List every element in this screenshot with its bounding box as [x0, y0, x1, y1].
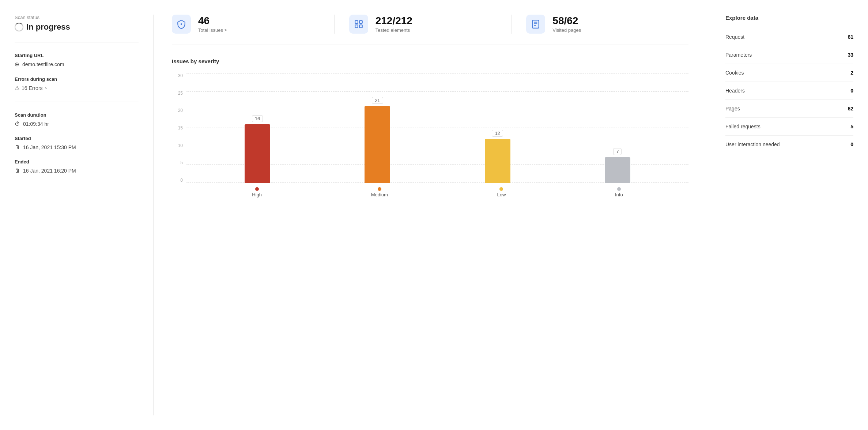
tested-elements-icon-box: [349, 15, 368, 34]
starting-url-value: ⊕ demo.testfilre.com: [15, 61, 139, 68]
explore-title: Explore data: [725, 15, 853, 21]
errors-chevron: >: [45, 86, 47, 90]
divider-1: [15, 42, 139, 42]
x-dot-info: [617, 187, 621, 191]
bar-value-low: 12: [492, 130, 503, 137]
explore-row-label-1: Parameters: [725, 52, 752, 58]
pages-icon: [531, 19, 540, 29]
divider-2: [15, 102, 139, 102]
x-label-info: Info: [615, 187, 623, 197]
errors-block: Errors during scan ⚠ 16 Errors >: [15, 76, 139, 91]
total-issues-card: 46 Total issues >: [172, 15, 334, 34]
total-issues-label[interactable]: Total issues >: [198, 27, 227, 33]
explore-row-4: Pages62: [725, 100, 853, 118]
explore-row-value-0: 61: [848, 34, 853, 40]
elements-icon: [354, 19, 363, 29]
scan-status-label: Scan status: [15, 15, 139, 20]
x-dot-low: [499, 187, 503, 191]
bar-group-high: 16: [245, 115, 270, 183]
globe-icon: ⊕: [15, 61, 19, 68]
svg-rect-2: [359, 20, 362, 23]
tested-elements-label: Tested elements: [375, 27, 412, 33]
calendar-icon: 🗓: [15, 144, 20, 150]
explore-row-value-4: 62: [848, 106, 853, 112]
y-label-5: 5: [172, 160, 183, 165]
stats-row: 46 Total issues > 2: [172, 15, 688, 45]
visited-pages-content: 58/62 Visited pages: [552, 16, 581, 33]
duration-block: Scan duration ⏱ 01:09:34 hr: [15, 112, 139, 127]
ended-block: Ended 🗓 16 Jan, 2021 16:20 PM: [15, 159, 139, 174]
explore-row-value-5: 5: [850, 124, 853, 129]
x-text-info: Info: [615, 192, 623, 197]
x-text-low: Low: [497, 192, 506, 197]
bar-medium: [365, 106, 390, 183]
explore-row-1: Parameters33: [725, 46, 853, 64]
chart-section: Issues by severity 0 5 10 15 20 25 30: [172, 58, 688, 197]
explore-rows: Request61Parameters33Cookies2Headers0Pag…: [725, 28, 853, 153]
visited-pages-icon-box: [526, 15, 545, 34]
explore-row-value-3: 0: [850, 88, 853, 94]
errors-link[interactable]: ⚠ 16 Errors >: [15, 85, 139, 91]
starting-url-block: Starting URL ⊕ demo.testfilre.com: [15, 53, 139, 68]
bar-low: [485, 139, 510, 183]
svg-rect-3: [355, 25, 358, 28]
tested-elements-number: 212/212: [375, 16, 412, 26]
starting-url-label: Starting URL: [15, 53, 139, 58]
shield-icon: [177, 19, 186, 29]
warning-icon: ⚠: [15, 85, 19, 91]
right-panel: Explore data Request61Parameters33Cookie…: [707, 15, 853, 415]
started-label: Started: [15, 136, 139, 141]
scan-status-block: Scan status In progress: [15, 15, 139, 32]
explore-row-value-2: 2: [850, 70, 853, 76]
explore-row-label-4: Pages: [725, 106, 740, 112]
visited-pages-label: Visited pages: [552, 27, 581, 33]
tested-elements-content: 212/212 Tested elements: [375, 16, 412, 33]
scan-status-value: In progress: [15, 22, 139, 32]
started-block: Started 🗓 16 Jan, 2021 15:30 PM: [15, 136, 139, 150]
ended-label: Ended: [15, 159, 139, 165]
left-panel: Scan status In progress Starting URL ⊕ d…: [15, 15, 154, 415]
bar-info: [605, 157, 630, 183]
clock-icon: ⏱: [15, 121, 20, 127]
explore-row-label-2: Cookies: [725, 70, 744, 76]
explore-row-label-3: Headers: [725, 88, 745, 94]
calendar-icon-2: 🗓: [15, 167, 20, 174]
x-label-medium: Medium: [371, 187, 388, 197]
svg-rect-4: [359, 25, 362, 28]
duration-label: Scan duration: [15, 112, 139, 118]
chart-grid-and-bars: 1621127 HighMediumLowInfo: [186, 73, 688, 197]
tested-elements-card: 212/212 Tested elements: [334, 15, 512, 34]
bar-group-low: 12: [485, 130, 510, 183]
explore-row-value-1: 33: [848, 52, 853, 58]
x-labels-row: HighMediumLowInfo: [186, 183, 688, 197]
y-label-30: 30: [172, 73, 183, 78]
chart-title: Issues by severity: [172, 58, 688, 64]
total-issues-number: 46: [198, 16, 227, 26]
total-issues-arrow: >: [224, 28, 227, 32]
chart-area: 0 5 10 15 20 25 30: [172, 73, 688, 197]
explore-row-label-5: Failed requests: [725, 124, 761, 129]
visited-pages-card: 58/62 Visited pages: [511, 15, 688, 34]
chart-y-axis: 0 5 10 15 20 25 30: [172, 73, 183, 197]
x-dot-medium: [378, 187, 381, 191]
bar-high: [245, 124, 270, 183]
svg-rect-1: [355, 20, 358, 23]
bar-group-medium: 21: [365, 97, 390, 183]
errors-label: Errors during scan: [15, 76, 139, 82]
total-issues-icon-box: [172, 15, 191, 34]
explore-row-value-6: 0: [850, 142, 853, 147]
visited-pages-number: 58/62: [552, 16, 581, 26]
y-label-10: 10: [172, 143, 183, 148]
explore-row-3: Headers0: [725, 82, 853, 100]
explore-row-label-0: Request: [725, 34, 744, 40]
y-label-25: 25: [172, 91, 183, 96]
bar-value-info: 7: [613, 148, 622, 155]
y-label-20: 20: [172, 108, 183, 113]
x-label-high: High: [252, 187, 262, 197]
started-value: 🗓 16 Jan, 2021 15:30 PM: [15, 144, 139, 150]
explore-row-2: Cookies2: [725, 64, 853, 82]
middle-panel: 46 Total issues > 2: [154, 15, 707, 415]
x-text-high: High: [252, 192, 262, 197]
y-label-0: 0: [172, 178, 183, 183]
duration-value: ⏱ 01:09:34 hr: [15, 121, 139, 127]
